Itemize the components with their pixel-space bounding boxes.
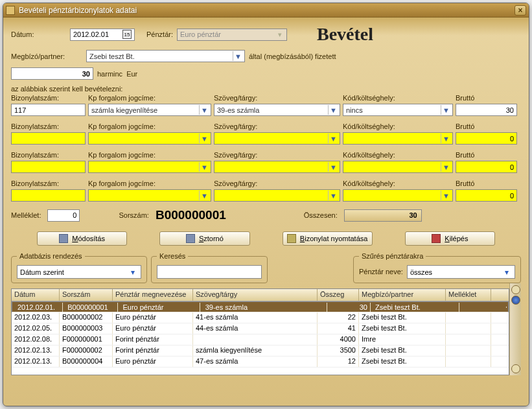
search-input[interactable] bbox=[157, 265, 262, 279]
chevron-down-icon[interactable]: ▼ bbox=[441, 105, 451, 115]
line-gross-input[interactable]: 30 bbox=[456, 104, 517, 116]
cell-amount: 12 bbox=[318, 356, 359, 367]
chevron-down-icon[interactable]: ▼ bbox=[328, 191, 338, 200]
cell-serial: F000000001 bbox=[60, 334, 113, 345]
scroll-down-icon[interactable] bbox=[511, 364, 520, 373]
line-no-input[interactable] bbox=[11, 132, 86, 145]
th-date[interactable]: Dátum bbox=[12, 289, 60, 301]
line-no-label: Bizonylatszám: bbox=[11, 151, 86, 159]
line-code-select[interactable]: ▼ bbox=[343, 189, 453, 202]
chevron-down-icon: ▾ bbox=[275, 30, 285, 40]
chevron-down-icon[interactable]: ▼ bbox=[328, 162, 338, 172]
line-title-select[interactable]: ▼ bbox=[88, 132, 211, 145]
attachment-input[interactable]: 0 bbox=[47, 209, 80, 222]
cashreg-select: Euro pénztár ▾ bbox=[177, 29, 287, 41]
th-attachment[interactable]: Melléklet bbox=[446, 289, 491, 301]
attachment-label: Melléklet: bbox=[11, 211, 41, 220]
line-subject-select[interactable]: 39-es számla▼ bbox=[214, 104, 340, 116]
scroll-thumb[interactable] bbox=[511, 296, 520, 305]
cell-amount: 30 bbox=[329, 303, 371, 312]
line-gross-input[interactable]: 0 bbox=[456, 161, 517, 173]
table-header: Dátum Sorszám Pénztár megnevezése Szöveg… bbox=[12, 289, 509, 301]
line-subject-select[interactable]: ▼ bbox=[214, 161, 340, 173]
line-no-input[interactable] bbox=[11, 161, 86, 173]
print-button[interactable]: Bizonylat nyomtatása bbox=[283, 231, 373, 246]
table-row[interactable]: 2012.02.03.B000000002Euro pénztár41-es s… bbox=[12, 312, 509, 323]
line-code-select[interactable]: ▼ bbox=[343, 161, 453, 173]
records-table: Dátum Sorszám Pénztár megnevezése Szöveg… bbox=[11, 288, 509, 375]
line-no-label: Bizonylatszám: bbox=[11, 180, 86, 188]
cell-serial: B000000002 bbox=[60, 312, 113, 323]
cell-cashreg: Euro pénztár bbox=[113, 312, 193, 323]
line-code-select[interactable]: nincs▼ bbox=[343, 104, 453, 116]
cell-attachment bbox=[446, 334, 491, 345]
line-subject-select[interactable]: ▼ bbox=[214, 189, 340, 202]
chevron-down-icon[interactable]: ▼ bbox=[199, 162, 209, 172]
th-subject[interactable]: Szöveg/tárgy bbox=[193, 289, 318, 301]
table-row[interactable]: 2012.02.13.F000000002Forint pénztárszáml… bbox=[12, 345, 509, 356]
cashreg-value: Euro pénztár bbox=[180, 30, 221, 38]
cell-amount: 3500 bbox=[318, 345, 359, 356]
chevron-down-icon[interactable]: ▾ bbox=[500, 266, 513, 277]
line-code-label: Kód/költséghely: bbox=[343, 94, 453, 102]
cell-subject: 41-es számla bbox=[193, 312, 318, 323]
table-row[interactable]: 2012.02.13.B000000004Euro pénztár47-es s… bbox=[12, 356, 509, 368]
amount-words: harminc bbox=[97, 70, 122, 78]
edit-icon bbox=[59, 234, 68, 243]
line-code-label: Kód/költséghely: bbox=[343, 123, 453, 131]
total-value: 30 bbox=[344, 209, 422, 222]
cell-cashreg: Euro pénztár bbox=[113, 323, 193, 334]
date-label: Dátum: bbox=[11, 30, 66, 38]
line-title-select[interactable]: számla kiegyenlítése▼ bbox=[88, 104, 211, 116]
chevron-down-icon[interactable]: ▼ bbox=[441, 191, 451, 200]
partner-label: Megbízó/partner: bbox=[11, 53, 66, 60]
modify-button[interactable]: Módosítás bbox=[37, 231, 127, 246]
line-gross-input[interactable]: 0 bbox=[456, 189, 517, 202]
cashfilter-select[interactable]: összes ▾ bbox=[407, 265, 515, 279]
table-row[interactable]: 2012.02.08.F000000001Forint pénztár4000I… bbox=[12, 334, 509, 345]
line-subject-select[interactable]: ▼ bbox=[214, 132, 340, 145]
chevron-down-icon[interactable]: ▼ bbox=[441, 162, 451, 172]
chevron-down-icon[interactable]: ▼ bbox=[199, 134, 209, 143]
table-row[interactable]: 2012.02.05.B000000003Euro pénztár44-es s… bbox=[12, 323, 509, 334]
cell-date: 2012.02.13. bbox=[12, 345, 60, 356]
storno-button[interactable]: Sztornó bbox=[159, 231, 249, 246]
cashreg-label: Pénztár: bbox=[146, 30, 173, 38]
cell-serial: B000000004 bbox=[60, 356, 113, 367]
line-code-select[interactable]: ▼ bbox=[343, 132, 453, 145]
line-no-input[interactable]: 117 bbox=[11, 104, 86, 116]
close-button[interactable]: × bbox=[515, 5, 526, 16]
th-cashreg[interactable]: Pénztár megnevezése bbox=[113, 289, 193, 301]
partner-select[interactable]: Zsebi teszt Bt. ▼ bbox=[86, 50, 245, 62]
calendar-icon[interactable]: 15 bbox=[122, 30, 132, 39]
chevron-down-icon[interactable]: ▼ bbox=[328, 105, 338, 115]
cell-serial: B000000003 bbox=[60, 323, 113, 334]
th-amount[interactable]: Összeg bbox=[318, 289, 359, 301]
cell-amount: 41 bbox=[318, 323, 359, 334]
order-select[interactable]: Dátum szerint ▾ bbox=[17, 265, 141, 279]
chevron-down-icon[interactable]: ▼ bbox=[199, 191, 209, 200]
scroll-up-icon[interactable] bbox=[511, 285, 520, 294]
amount-input[interactable]: 30 bbox=[11, 67, 93, 80]
table-row[interactable]: 2012.02.01.B000000001Euro pénztár39-es s… bbox=[12, 301, 509, 312]
chevron-down-icon[interactable]: ▼ bbox=[328, 134, 338, 143]
chevron-down-icon[interactable]: ▼ bbox=[233, 51, 243, 61]
chevron-down-icon[interactable]: ▼ bbox=[199, 105, 209, 115]
chevron-down-icon[interactable]: ▾ bbox=[126, 266, 139, 277]
chevron-down-icon[interactable]: ▼ bbox=[441, 134, 451, 143]
cell-subject: 44-es számla bbox=[193, 323, 318, 334]
line-no-input[interactable] bbox=[11, 189, 86, 202]
line-gross-input[interactable]: 0 bbox=[456, 132, 517, 145]
vertical-scrollbar[interactable] bbox=[509, 283, 521, 375]
cell-serial: F000000002 bbox=[60, 345, 113, 356]
order-fieldset: Adatbázis rendezés Dátum szerint ▾ bbox=[11, 252, 147, 283]
cell-date: 2012.02.01. bbox=[15, 303, 63, 312]
cashfilter-fieldset: Szűrés pénztárakra Pénztár neve: összes … bbox=[353, 252, 521, 283]
line-title-select[interactable]: ▼ bbox=[88, 189, 211, 202]
th-partner[interactable]: Megbízó/partner bbox=[359, 289, 446, 301]
date-input[interactable]: 2012.02.01 15 bbox=[70, 29, 135, 41]
exit-icon bbox=[432, 234, 441, 243]
exit-button[interactable]: Kilépés bbox=[405, 231, 495, 246]
line-title-select[interactable]: ▼ bbox=[88, 161, 211, 173]
th-serial[interactable]: Sorszám bbox=[60, 289, 113, 301]
